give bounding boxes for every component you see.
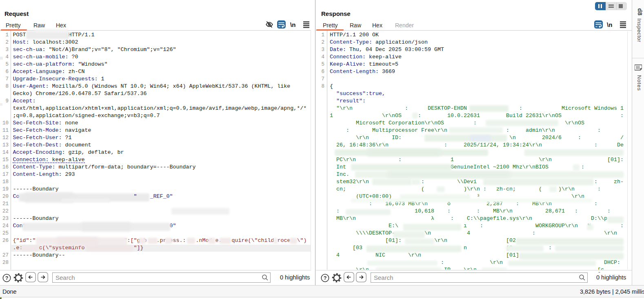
svg-text:?: ? [324, 275, 327, 281]
svg-text:?: ? [5, 275, 9, 281]
